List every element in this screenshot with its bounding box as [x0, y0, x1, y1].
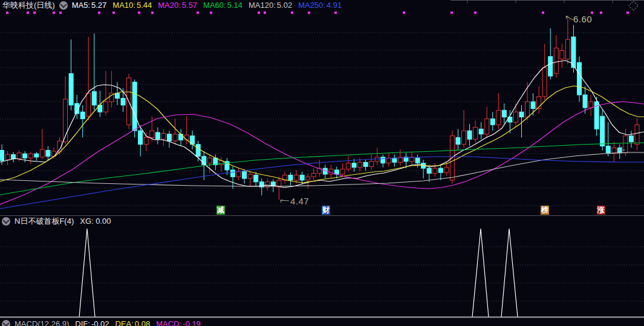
- ma10-indicator: MA10:5.44: [112, 0, 158, 10]
- main-chart-canvas[interactable]: [0, 0, 644, 326]
- signal-panel-title: N日不破首板F(4): [15, 216, 74, 226]
- dif-value: DIF:-0.02: [75, 319, 115, 326]
- signal-spikes: [0, 229, 644, 317]
- annotation-arrow: [566, 16, 573, 20]
- watermark-badge-cai: 财: [322, 206, 330, 215]
- chevron-down-icon[interactable]: [59, 1, 68, 10]
- macd-title: MACD(12,26,9): [15, 319, 69, 326]
- high-price-annotation: 6.60: [573, 14, 592, 24]
- stock-chart-window: { "header": { "title": "华映科技(日线)", "indi…: [0, 0, 644, 326]
- ma-line-ma5: [0, 60, 644, 187]
- diamond-logo-icon[interactable]: [626, 0, 640, 12]
- watermark-badge-zhang: 涨: [597, 206, 605, 215]
- ma60-indicator: MA60:5.14: [203, 0, 249, 10]
- ma20-indicator: MA20:5.57: [158, 0, 203, 10]
- signal-panel-header: N日不破首板F(4) XG: 0.00: [0, 216, 111, 226]
- watermark-badge-jian: 减: [216, 206, 225, 215]
- ma120-indicator: MA120:5.02: [249, 0, 298, 10]
- chart-header: 华映科技(日线) MA5:5.27 MA10:5.44 MA20:5.57 MA…: [2, 0, 342, 10]
- dea-value: DEA:0.08: [115, 319, 157, 326]
- low-price-annotation: 4.47: [290, 196, 309, 206]
- ma250-indicator: MA250:4.91: [298, 0, 342, 10]
- ma-line-ma60: [0, 143, 644, 195]
- watermark-badge-bang: 榜: [541, 206, 549, 215]
- macd-panel-header: MACD(12,26,9) DIF:-0.02 DEA:0.08 MACD:-0…: [0, 319, 201, 326]
- chevron-down-icon[interactable]: [2, 217, 10, 226]
- ma-line-ma20: [0, 102, 644, 204]
- ma-line-ma250: [0, 157, 644, 209]
- macd-value: MACD:-0.19: [156, 319, 201, 326]
- ma5-indicator: MA5:5.27: [72, 0, 113, 10]
- chevron-down-icon[interactable]: [2, 320, 10, 326]
- stock-title: 华映科技(日线): [2, 0, 55, 10]
- annotation-arrow: [281, 200, 289, 203]
- event-dot-markers: [6, 11, 629, 14]
- signal-xg-value: XG: 0.00: [80, 216, 111, 226]
